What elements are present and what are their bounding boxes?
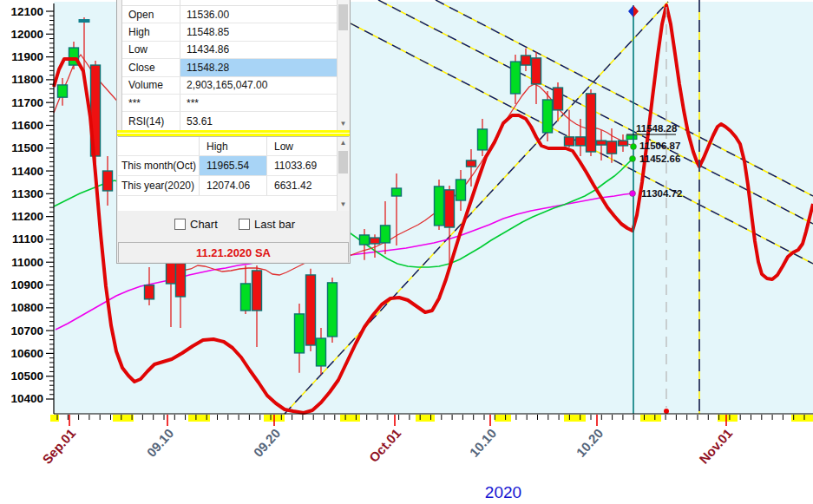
candle: [445, 190, 455, 227]
y-axis-label: 11100: [12, 232, 43, 245]
row-value-selected[interactable]: 11548.28: [180, 59, 349, 75]
candle: [176, 264, 186, 297]
candle: [456, 180, 466, 200]
status-date: 11.21.2020 SA: [196, 246, 271, 259]
candle: [597, 141, 606, 145]
table-row-high[interactable]: High 11548.85: [122, 23, 349, 41]
candle: [521, 56, 531, 65]
candle: [554, 88, 563, 110]
checkbox-row: Chart Last bar: [117, 211, 350, 241]
last-bar-checkbox-label: Last bar: [254, 218, 295, 231]
row-value: 11434.86: [180, 42, 349, 58]
x-axis-label: 10.10: [466, 426, 499, 460]
row-label: This year(2020): [118, 180, 199, 192]
y-axis-label: 12000: [10, 28, 43, 41]
row-value: 2,903,165,047.00: [180, 77, 349, 94]
scroll-down-icon[interactable]: ▼: [338, 118, 349, 130]
trading-app-screen: 1210012000119001180011700116001150011400…: [0, 0, 813, 504]
x-axis-label: Nov.01: [696, 426, 735, 467]
candle: [360, 235, 370, 245]
row-label: Low: [122, 43, 180, 56]
price-callout: 11304.72: [641, 188, 682, 199]
candle: [392, 188, 402, 196]
price-callout: 11452.66: [639, 154, 680, 164]
row-value: ***: [180, 95, 349, 111]
row-label: Close: [122, 62, 180, 74]
candle: [587, 94, 596, 152]
row-label: Open: [122, 9, 180, 21]
yellow-axis-marker: [564, 415, 586, 422]
row-value: 11536.00: [180, 6, 349, 23]
y-axis-label: 11300: [11, 187, 43, 200]
candle: [478, 129, 488, 150]
doji-marker: [79, 19, 90, 23]
col-header-low: Low: [266, 137, 337, 155]
red-dot-marker: [664, 409, 669, 414]
scrollbar[interactable]: ▼: [337, 0, 349, 130]
y-axis-label: 10700: [10, 324, 43, 337]
table-row-partial: [122, 0, 349, 6]
table-row-rsi[interactable]: RSI(14) 53.61: [122, 112, 349, 129]
range-table: High Low This month(Oct) 11965.54 11033.…: [118, 136, 349, 211]
table-row-month[interactable]: This month(Oct) 11965.54 11033.69: [118, 156, 349, 176]
yellow-axis-marker: [340, 415, 360, 422]
y-axis-label: 12100: [10, 5, 43, 18]
yellow-axis-marker: [791, 415, 813, 422]
y-axis-label: 11900: [11, 50, 43, 63]
yellow-axis-marker: [495, 415, 511, 422]
x-axis-label: Oct.01: [366, 426, 403, 465]
year-label: 2020: [485, 483, 521, 501]
y-axis-label: 10900: [10, 278, 43, 291]
x-axis-label: 09.20: [250, 426, 283, 460]
y-axis-label: 11200: [11, 210, 43, 223]
table-row-open[interactable]: Open 11536.00: [122, 6, 349, 23]
y-axis-label: 11000: [11, 256, 43, 269]
table-row-low[interactable]: Low 11434.86: [122, 42, 349, 59]
candle: [532, 58, 541, 84]
y-axis-label: 10500: [10, 370, 43, 383]
table-row-year[interactable]: This year(2020) 12074.06 6631.42: [118, 176, 349, 196]
row-label: Volume: [122, 79, 180, 91]
range-table-header: High Low: [118, 137, 349, 156]
last-close-marker: [626, 135, 637, 140]
candle: [328, 283, 338, 337]
candle: [317, 338, 326, 366]
candle: [306, 275, 316, 345]
month-high-selected[interactable]: 11965.54: [199, 156, 266, 175]
candle: [435, 187, 444, 226]
scrollbar-thumb[interactable]: [338, 4, 348, 30]
candle: [295, 314, 305, 353]
yellow-axis-marker: [113, 415, 134, 422]
scrollbar-thumb[interactable]: [338, 151, 348, 173]
scrollbar[interactable]: ▲ ▼: [337, 137, 349, 211]
candle: [145, 285, 154, 299]
y-axis-label: 11800: [11, 73, 43, 86]
candle: [467, 160, 476, 167]
candle: [103, 171, 113, 191]
scroll-up-icon[interactable]: ▲: [338, 137, 349, 149]
price-callout: 11548.28: [636, 123, 678, 134]
ohlc-table: Open 11536.00 High 11548.85 Low 11434.86…: [121, 0, 349, 130]
x-axis-label: 10.20: [573, 426, 606, 460]
line-end-dot: [630, 156, 636, 162]
chart-checkbox[interactable]: [174, 219, 186, 230]
y-axis-label: 11500: [11, 141, 43, 154]
last-bar-checkbox[interactable]: [239, 219, 250, 230]
candle: [619, 141, 628, 146]
yellow-divider: [117, 130, 350, 136]
table-row-stars[interactable]: *** ***: [122, 95, 349, 112]
scroll-down-icon[interactable]: ▼: [338, 199, 349, 211]
month-low: 11033.69: [266, 156, 337, 175]
status-bar: 11.21.2020 SA: [118, 242, 349, 263]
candle: [241, 284, 251, 311]
table-row-volume[interactable]: Volume 2,903,165,047.00: [122, 77, 349, 95]
row-label: ***: [122, 97, 180, 109]
row-value: 53.61: [180, 112, 349, 129]
candle: [167, 262, 176, 284]
yellow-axis-marker: [640, 415, 661, 422]
y-axis-label: 10800: [10, 301, 43, 314]
table-row-close[interactable]: Close 11548.28: [122, 59, 349, 76]
candle: [252, 271, 262, 311]
row-label: This month(Oct): [118, 160, 199, 172]
y-axis-label: 11400: [11, 165, 43, 178]
